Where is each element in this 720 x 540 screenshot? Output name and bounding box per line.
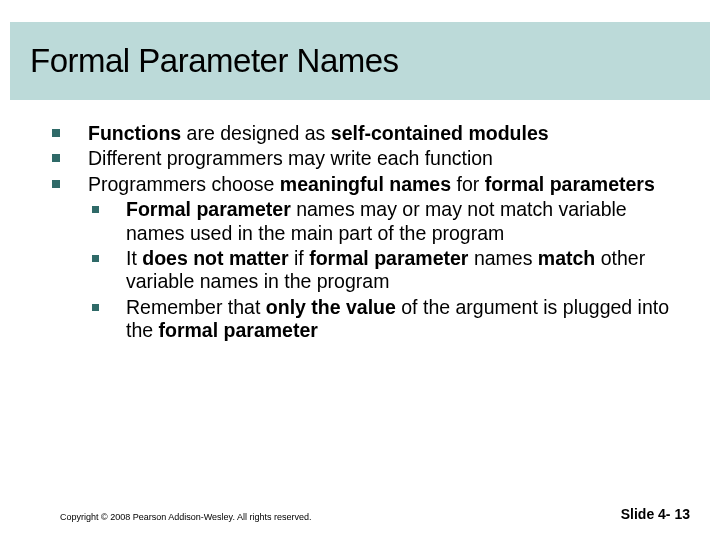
- footer: Copyright © 2008 Pearson Addison-Wesley.…: [60, 506, 690, 522]
- text: Remember that: [126, 296, 266, 318]
- text: names: [468, 247, 537, 269]
- text: are designed as: [181, 122, 331, 144]
- copyright-text: Copyright © 2008 Pearson Addison-Wesley.…: [60, 512, 311, 522]
- text-bold: only the value: [266, 296, 396, 318]
- text: It: [126, 247, 142, 269]
- text-bold: formal parameter: [159, 319, 318, 341]
- text-bold: Functions: [88, 122, 181, 144]
- text-bold: self-contained modules: [331, 122, 549, 144]
- text-bold: meaningful names: [280, 173, 451, 195]
- text: if: [289, 247, 310, 269]
- text-bold: does not matter: [142, 247, 288, 269]
- title-band: Formal Parameter Names: [10, 22, 710, 100]
- text-bold: Formal parameter: [126, 198, 291, 220]
- slide-number: Slide 4- 13: [621, 506, 690, 522]
- text-bold: formal parameter: [309, 247, 468, 269]
- sub-bullet-item: It does not matter if formal parameter n…: [88, 247, 680, 294]
- sub-bullet-item: Formal parameter names may or may not ma…: [88, 198, 680, 245]
- bullet-item: Different programmers may write each fun…: [50, 147, 680, 170]
- bullet-item: Programmers choose meaningful names for …: [50, 173, 680, 343]
- sub-bullet-list: Formal parameter names may or may not ma…: [88, 198, 680, 342]
- text: Programmers choose: [88, 173, 280, 195]
- text-bold: formal parameters: [485, 173, 655, 195]
- bullet-item: Functions are designed as self-contained…: [50, 122, 680, 145]
- text: for: [451, 173, 485, 195]
- slide-title: Formal Parameter Names: [30, 42, 399, 80]
- text-bold: match: [538, 247, 595, 269]
- slide-content: Functions are designed as self-contained…: [50, 122, 680, 345]
- text: Different programmers may write each fun…: [88, 147, 493, 169]
- bullet-list: Functions are designed as self-contained…: [50, 122, 680, 343]
- sub-bullet-item: Remember that only the value of the argu…: [88, 296, 680, 343]
